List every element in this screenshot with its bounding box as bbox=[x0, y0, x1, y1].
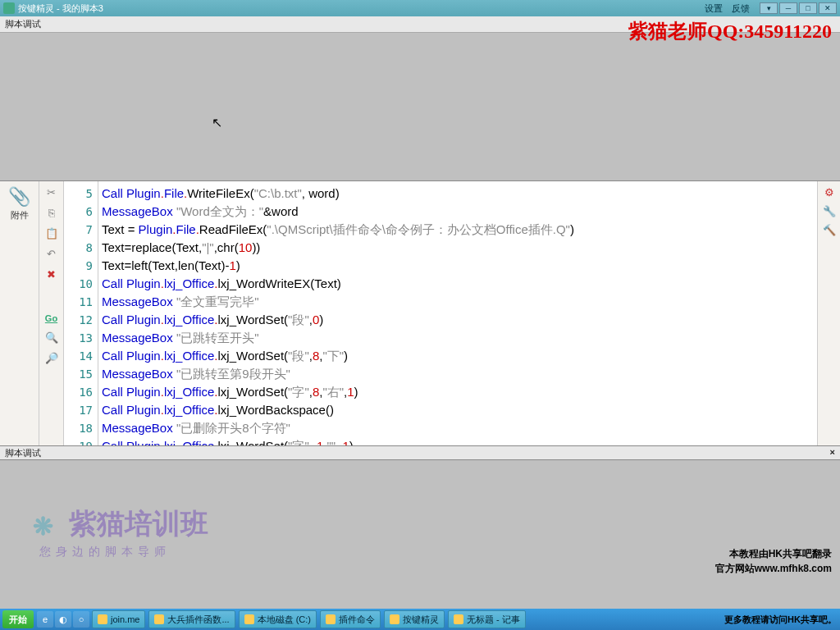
dropdown-button[interactable]: ▾ bbox=[760, 2, 778, 14]
watermark-subtitle: 您身边的脚本导师 bbox=[39, 545, 208, 559]
watermark: 紫猫培训班 您身边的脚本导师 bbox=[33, 505, 208, 559]
app-icon bbox=[3, 2, 15, 14]
upper-gray-area: ↖ bbox=[0, 33, 840, 180]
attachment-label: 附件 bbox=[0, 209, 39, 221]
tool-icon-1[interactable]: ⚙ bbox=[824, 186, 834, 199]
watermark-title-text: 紫猫培训班 bbox=[69, 505, 208, 543]
close-button[interactable]: ✕ bbox=[819, 2, 837, 14]
debug-panel-title: 脚本调试 bbox=[5, 447, 41, 459]
delete-icon[interactable]: ✖ bbox=[47, 268, 56, 281]
debug-output-area: 紫猫培训班 您身边的脚本导师 本教程由HK共享吧翻录 官方网站www.mfhk8… bbox=[0, 460, 840, 609]
titlebar-links: 设置 反馈 bbox=[701, 2, 753, 15]
overlay-qq-text: 紫猫老师QQ:345911220 bbox=[628, 18, 832, 44]
paste-icon[interactable]: 📋 bbox=[45, 227, 58, 240]
minimize-button[interactable]: ─ bbox=[779, 2, 797, 14]
cut-icon[interactable]: ✂ bbox=[47, 186, 56, 199]
find-replace-icon[interactable]: 🔎 bbox=[45, 352, 58, 364]
window-title: 按键精灵 - 我的脚本3 bbox=[18, 2, 701, 15]
copy-icon[interactable]: ⎘ bbox=[48, 207, 55, 219]
debug-panel-header: 脚本调试 × bbox=[0, 445, 840, 460]
quick-launch-media-icon[interactable]: ◐ bbox=[55, 611, 71, 628]
undo-icon[interactable]: ↶ bbox=[47, 248, 56, 260]
cursor-icon: ↖ bbox=[212, 115, 222, 130]
attachment-icon[interactable]: 📎 bbox=[0, 186, 39, 208]
window-controls: ▾ ─ □ ✕ bbox=[760, 2, 837, 14]
maximize-button[interactable]: □ bbox=[799, 2, 817, 14]
find-icon[interactable]: 🔍 bbox=[45, 331, 58, 344]
code-area[interactable]: Call Plugin.File.WriteFileEx("C:\b.txt",… bbox=[98, 181, 817, 445]
tool-icon-2[interactable]: 🔧 bbox=[823, 205, 836, 217]
quick-launch-ie-icon[interactable]: e bbox=[37, 611, 53, 628]
taskbar: 开始 e ◐ ○ join.me 大兵插件函数... 本地磁盘 (C:) 插件命… bbox=[0, 609, 840, 630]
go-button[interactable]: Go bbox=[45, 313, 57, 323]
task-item-plugin-func[interactable]: 大兵插件函数... bbox=[148, 610, 235, 628]
right-tool-column: ⚙ 🔧 🔨 bbox=[817, 181, 840, 445]
task-item-anjian[interactable]: 按键精灵 bbox=[384, 610, 445, 628]
line-gutter: 567 8910 111213 141516 171819 bbox=[64, 181, 98, 445]
quick-launch-browser-icon[interactable]: ○ bbox=[73, 611, 89, 628]
attachment-panel: 📎 附件 bbox=[0, 181, 39, 445]
footer-credits: 本教程由HK共享吧翻录 官方网站www.mfhk8.com bbox=[715, 546, 832, 576]
code-editor: 📎 附件 ✂ ⎘ 📋 ↶ ✖ Go 🔍 🔎 567 8910 111213 14… bbox=[0, 180, 840, 445]
settings-link[interactable]: 设置 bbox=[705, 3, 723, 13]
tool-icon-3[interactable]: 🔨 bbox=[823, 224, 836, 236]
task-item-disk-c[interactable]: 本地磁盘 (C:) bbox=[239, 610, 317, 628]
start-button[interactable]: 开始 bbox=[2, 610, 34, 628]
task-item-plugin-cmd[interactable]: 插件命令 bbox=[320, 610, 381, 628]
task-item-notepad[interactable]: 无标题 - 记事 bbox=[448, 610, 526, 628]
titlebar: 按键精灵 - 我的脚本3 设置 反馈 ▾ ─ □ ✕ bbox=[0, 0, 840, 16]
menu-debug[interactable]: 脚本调试 bbox=[5, 19, 41, 29]
debug-panel-close-icon[interactable]: × bbox=[830, 447, 835, 459]
feedback-link[interactable]: 反馈 bbox=[732, 3, 750, 13]
task-item-joinme[interactable]: join.me bbox=[92, 610, 145, 628]
left-tool-column: ✂ ⎘ 📋 ↶ ✖ Go 🔍 🔎 bbox=[39, 181, 64, 445]
taskbar-overlay-text: 更多教程请访问HK共享吧。 bbox=[724, 614, 837, 626]
watermark-icon bbox=[33, 509, 62, 539]
